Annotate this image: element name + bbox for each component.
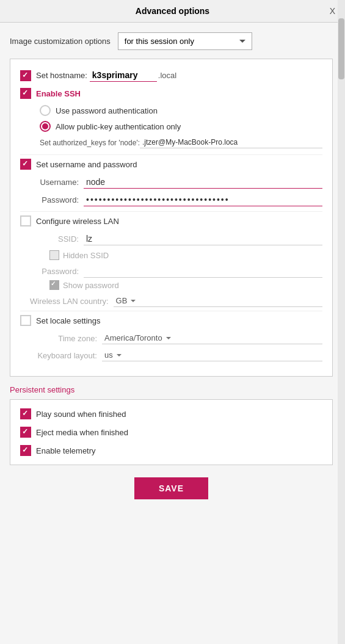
enable-ssh-row: Enable SSH: [20, 88, 322, 99]
allow-pubkey-row: Allow public-key authentication only: [20, 121, 322, 132]
authorized-keys-label: Set authorized_keys for 'node':: [40, 139, 140, 147]
scrollbar-thumb[interactable]: [338, 18, 344, 79]
hostname-suffix: .local: [158, 71, 176, 80]
set-locale-label: Set locale settings: [36, 316, 101, 325]
window-title: Advanced options: [136, 6, 209, 16]
authorized-keys-input[interactable]: [140, 137, 322, 148]
chevron-down-icon: [117, 354, 122, 356]
password-input[interactable]: [84, 194, 322, 206]
enable-telemetry-label: Enable telemetry: [36, 446, 96, 455]
keyboard-layout-row: Keyboard layout: us: [20, 349, 322, 361]
set-username-password-checkbox[interactable]: [20, 159, 31, 170]
password-field-label: Password:: [30, 195, 79, 204]
eject-media-label: Eject media when finished: [36, 428, 128, 437]
keyboard-layout-value: us: [104, 350, 113, 360]
ssid-input[interactable]: [84, 233, 322, 245]
authorized-keys-row: Set authorized_keys for 'node':: [20, 137, 322, 148]
wifi-password-input[interactable]: [84, 265, 322, 278]
image-options-label: Image customization options: [10, 37, 111, 46]
timezone-select[interactable]: America/Toronto: [102, 332, 322, 344]
allow-pubkey-radio[interactable]: [40, 121, 51, 132]
main-panel: Set hostname: .local Enable SSH Use pass…: [10, 59, 333, 377]
play-sound-label: Play sound when finished: [36, 410, 126, 419]
save-button-row: SAVE: [10, 477, 333, 509]
chevron-down-icon: [131, 300, 136, 302]
eject-media-row: Eject media when finished: [20, 427, 322, 438]
enable-ssh-checkbox[interactable]: [20, 88, 31, 99]
wireless-country-row: Wireless LAN country: GB: [20, 295, 322, 307]
image-options-value: for this session only: [125, 37, 194, 46]
persistent-settings-label: Persistent settings: [10, 385, 333, 394]
enable-telemetry-row: Enable telemetry: [20, 445, 322, 456]
set-hostname-row: Set hostname: .local: [20, 69, 322, 82]
password-field-row: Password:: [20, 194, 322, 206]
timezone-value: America/Toronto: [104, 333, 162, 342]
timezone-label: Time zone:: [30, 334, 97, 343]
scrollbar[interactable]: [338, 0, 345, 644]
persistent-panel: Play sound when finished Eject media whe…: [10, 399, 333, 465]
wireless-country-select[interactable]: GB: [114, 295, 322, 307]
set-locale-checkbox[interactable]: [20, 315, 31, 326]
save-button[interactable]: SAVE: [134, 477, 208, 499]
image-options-row: Image customization options for this ses…: [10, 32, 333, 50]
use-password-label: Use password authentication: [56, 106, 158, 115]
set-hostname-checkbox[interactable]: [20, 70, 31, 81]
allow-pubkey-label: Allow public-key authentication only: [56, 122, 181, 131]
play-sound-checkbox[interactable]: [20, 408, 31, 419]
configure-wireless-row: Configure wireless LAN: [20, 215, 322, 226]
wifi-password-label: Password:: [30, 267, 79, 276]
show-password-checkbox[interactable]: [49, 280, 59, 290]
ssid-row: SSID:: [20, 233, 322, 245]
eject-media-checkbox[interactable]: [20, 427, 31, 438]
enable-telemetry-checkbox[interactable]: [20, 445, 31, 456]
configure-wireless-label: Configure wireless LAN: [36, 217, 119, 226]
use-password-radio[interactable]: [40, 105, 51, 116]
keyboard-layout-select[interactable]: us: [102, 349, 322, 361]
wireless-country-label: Wireless LAN country:: [30, 297, 109, 306]
set-username-password-label: Set username and password: [36, 160, 137, 169]
wireless-country-value: GB: [116, 296, 128, 305]
configure-wireless-checkbox[interactable]: [20, 215, 31, 226]
close-button[interactable]: X: [330, 6, 335, 16]
hidden-ssid-label: Hidden SSID: [63, 251, 109, 260]
timezone-row: Time zone: America/Toronto: [20, 332, 322, 344]
hidden-ssid-checkbox[interactable]: [49, 250, 59, 260]
set-username-password-row: Set username and password: [20, 159, 322, 170]
chevron-down-icon: [239, 40, 245, 43]
titlebar: Advanced options X: [0, 0, 345, 23]
use-password-auth-row: Use password authentication: [20, 105, 322, 116]
play-sound-row: Play sound when finished: [20, 408, 322, 419]
ssid-label: SSID:: [30, 234, 79, 244]
persistent-section: Persistent settings Play sound when fini…: [10, 385, 333, 465]
username-field-row: Username:: [20, 176, 322, 189]
hostname-label: Set hostname:: [36, 71, 87, 80]
keyboard-layout-label: Keyboard layout:: [30, 351, 97, 360]
wifi-password-row: Password:: [20, 265, 322, 278]
image-options-dropdown[interactable]: for this session only: [118, 32, 252, 50]
hostname-input[interactable]: [90, 69, 157, 82]
show-password-row: Show password: [20, 280, 322, 290]
username-input[interactable]: [84, 176, 322, 189]
set-locale-row: Set locale settings: [20, 315, 322, 326]
show-password-label: Show password: [63, 281, 119, 290]
username-field-label: Username:: [30, 178, 79, 187]
chevron-down-icon: [166, 337, 171, 339]
hidden-ssid-row: Hidden SSID: [20, 250, 322, 260]
enable-ssh-label: Enable SSH: [36, 89, 81, 98]
